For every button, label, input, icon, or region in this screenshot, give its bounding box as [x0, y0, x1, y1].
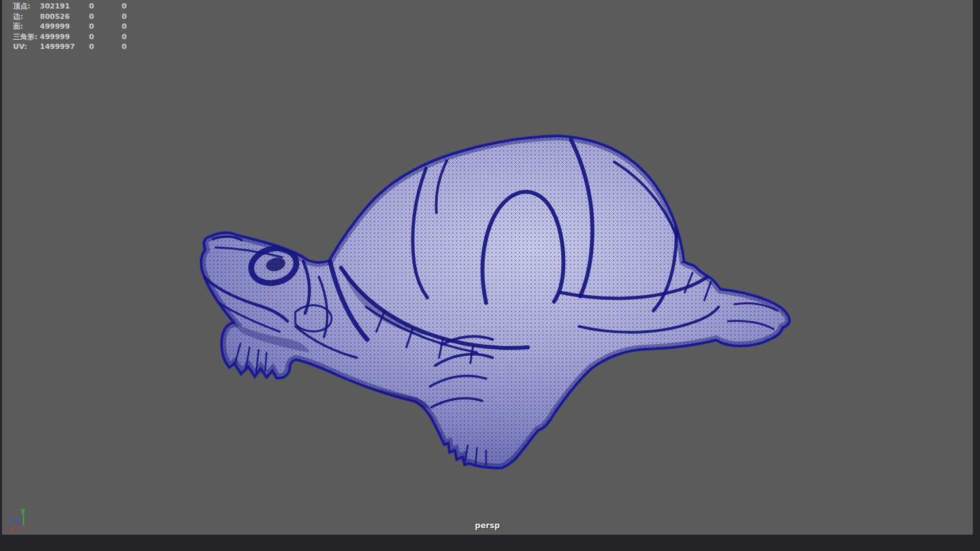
camera-name-label: persp: [2, 521, 973, 530]
hud-col3: 0: [94, 42, 127, 52]
hud-label: 面:: [2, 22, 40, 32]
hud-label: 边:: [2, 12, 40, 22]
hud-value: 499999: [40, 22, 61, 32]
hud-row-faces: 面:49999900: [2, 22, 127, 32]
hud-value: 302191: [40, 1, 61, 12]
hud-col3: 0: [94, 12, 127, 22]
hud-label: UV:: [2, 42, 40, 52]
hud-col2: 0: [61, 1, 94, 12]
hud-row-triangles: 三角形:49999900: [2, 32, 127, 42]
hud-col2: 0: [61, 32, 94, 42]
turtle-model[interactable]: [2, 0, 973, 535]
hud-col2: 0: [61, 12, 94, 22]
polycount-hud: 顶点:30219100 边:80052600 面:49999900 三角形:49…: [2, 1, 127, 52]
viewport-3d[interactable]: 顶点:30219100 边:80052600 面:49999900 三角形:49…: [2, 0, 973, 535]
hud-col3: 0: [94, 1, 127, 12]
hud-col3: 0: [94, 22, 127, 32]
hud-row-uv: UV:149999700: [2, 42, 127, 52]
application-window: 顶点:30219100 边:80052600 面:49999900 三角形:49…: [0, 0, 980, 551]
hud-col2: 0: [61, 22, 94, 32]
hud-col3: 0: [94, 32, 127, 42]
hud-row-edges: 边:80052600: [2, 12, 127, 22]
hud-col2: 0: [61, 42, 94, 52]
turtle-wireframe[interactable]: [201, 136, 790, 468]
hud-value: 800526: [40, 12, 61, 22]
hud-value: 1499997: [40, 42, 61, 52]
axis-y-label: y: [21, 507, 25, 514]
hud-value: 499999: [40, 32, 61, 42]
hud-label: 三角形:: [2, 32, 40, 42]
hud-row-vertices: 顶点:30219100: [2, 1, 127, 12]
hud-label: 顶点:: [2, 1, 40, 12]
